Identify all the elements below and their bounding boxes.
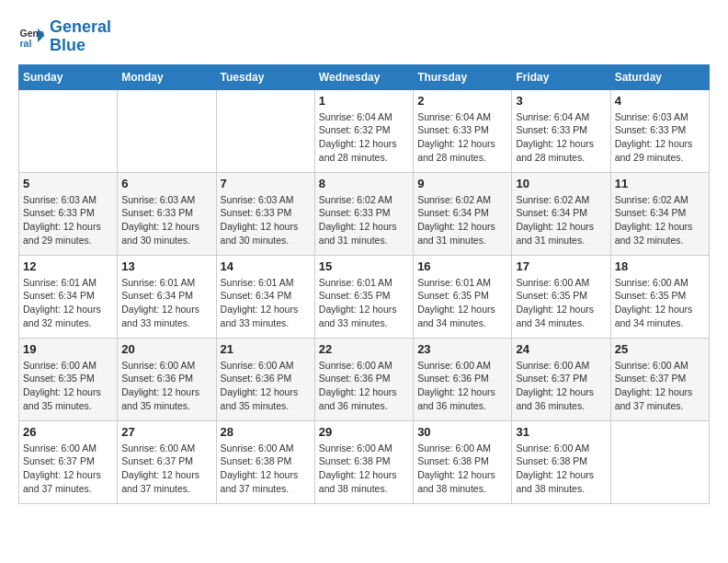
calendar-cell: 30Sunrise: 6:00 AM Sunset: 6:38 PM Dayli… [414,420,512,503]
day-info: Sunrise: 6:00 AM Sunset: 6:37 PM Dayligh… [121,442,211,496]
day-info: Sunrise: 6:00 AM Sunset: 6:38 PM Dayligh… [516,442,606,496]
day-number: 11 [615,177,705,190]
svg-text:ral: ral [20,37,32,48]
day-number: 29 [319,425,409,439]
calendar-cell: 15Sunrise: 6:01 AM Sunset: 6:35 PM Dayli… [314,255,413,338]
day-info: Sunrise: 6:02 AM Sunset: 6:34 PM Dayligh… [417,193,507,247]
day-info: Sunrise: 6:04 AM Sunset: 6:33 PM Dayligh… [516,110,606,165]
calendar-cell: 12Sunrise: 6:01 AM Sunset: 6:34 PM Dayli… [19,255,118,338]
column-header-thursday: Thursday [414,64,512,89]
day-number: 8 [319,177,409,190]
day-info: Sunrise: 6:00 AM Sunset: 6:37 PM Dayligh… [516,359,606,413]
calendar-table: SundayMondayTuesdayWednesdayThursdayFrid… [18,64,710,504]
calendar-cell: 20Sunrise: 6:00 AM Sunset: 6:36 PM Dayli… [118,338,216,420]
calendar-cell: 18Sunrise: 6:00 AM Sunset: 6:35 PM Dayli… [610,255,709,338]
day-info: Sunrise: 6:03 AM Sunset: 6:33 PM Dayligh… [221,193,311,247]
calendar-cell: 13Sunrise: 6:01 AM Sunset: 6:34 PM Dayli… [118,255,216,338]
day-number: 20 [121,342,211,356]
logo-icon: Gene ral [18,23,46,51]
day-number: 24 [516,342,606,356]
day-info: Sunrise: 6:00 AM Sunset: 6:38 PM Dayligh… [417,442,507,496]
calendar-week-row: 19Sunrise: 6:00 AM Sunset: 6:35 PM Dayli… [19,338,710,420]
calendar-cell: 26Sunrise: 6:00 AM Sunset: 6:37 PM Dayli… [19,420,118,503]
logo: Gene ral General Blue [18,18,111,55]
calendar-cell: 3Sunrise: 6:04 AM Sunset: 6:33 PM Daylig… [512,89,610,172]
calendar-cell: 23Sunrise: 6:00 AM Sunset: 6:36 PM Dayli… [414,338,512,420]
day-info: Sunrise: 6:00 AM Sunset: 6:38 PM Dayligh… [221,442,311,496]
calendar-cell: 17Sunrise: 6:00 AM Sunset: 6:35 PM Dayli… [512,255,610,338]
day-info: Sunrise: 6:01 AM Sunset: 6:34 PM Dayligh… [23,276,113,330]
calendar-cell: 28Sunrise: 6:00 AM Sunset: 6:38 PM Dayli… [216,420,314,503]
calendar-cell: 29Sunrise: 6:00 AM Sunset: 6:38 PM Dayli… [314,420,413,503]
day-number: 6 [121,177,211,190]
day-info: Sunrise: 6:00 AM Sunset: 6:36 PM Dayligh… [221,359,311,413]
calendar-cell: 14Sunrise: 6:01 AM Sunset: 6:34 PM Dayli… [216,255,314,338]
calendar-cell [216,89,314,172]
calendar-cell: 5Sunrise: 6:03 AM Sunset: 6:33 PM Daylig… [19,172,118,255]
day-info: Sunrise: 6:00 AM Sunset: 6:37 PM Dayligh… [23,442,113,496]
day-number: 28 [221,425,311,439]
day-number: 27 [121,425,211,439]
calendar-cell [610,420,709,503]
column-header-tuesday: Tuesday [216,64,314,89]
day-number: 19 [23,342,113,356]
day-info: Sunrise: 6:03 AM Sunset: 6:33 PM Dayligh… [121,193,211,247]
column-header-wednesday: Wednesday [314,64,413,89]
calendar-cell: 27Sunrise: 6:00 AM Sunset: 6:37 PM Dayli… [118,420,216,503]
calendar-cell: 22Sunrise: 6:00 AM Sunset: 6:36 PM Dayli… [314,338,413,420]
day-number: 16 [417,259,507,273]
day-info: Sunrise: 6:04 AM Sunset: 6:33 PM Dayligh… [417,110,507,165]
day-number: 5 [23,177,113,190]
logo-text-line1: General [50,18,111,37]
calendar-cell: 11Sunrise: 6:02 AM Sunset: 6:34 PM Dayli… [610,172,709,255]
day-info: Sunrise: 6:00 AM Sunset: 6:36 PM Dayligh… [319,359,409,413]
calendar-week-row: 26Sunrise: 6:00 AM Sunset: 6:37 PM Dayli… [19,420,710,503]
day-info: Sunrise: 6:00 AM Sunset: 6:36 PM Dayligh… [417,359,507,413]
calendar-cell: 8Sunrise: 6:02 AM Sunset: 6:33 PM Daylig… [314,172,413,255]
day-number: 25 [615,342,705,356]
day-number: 7 [221,177,311,190]
calendar-cell: 6Sunrise: 6:03 AM Sunset: 6:33 PM Daylig… [118,172,216,255]
column-header-friday: Friday [512,64,610,89]
day-info: Sunrise: 6:00 AM Sunset: 6:35 PM Dayligh… [615,276,705,330]
calendar-cell: 19Sunrise: 6:00 AM Sunset: 6:35 PM Dayli… [19,338,118,420]
day-number: 30 [417,425,507,439]
day-number: 15 [319,259,409,273]
day-info: Sunrise: 6:00 AM Sunset: 6:36 PM Dayligh… [121,359,211,413]
calendar-cell: 1Sunrise: 6:04 AM Sunset: 6:32 PM Daylig… [314,89,413,172]
calendar-week-row: 12Sunrise: 6:01 AM Sunset: 6:34 PM Dayli… [19,255,710,338]
calendar-cell: 10Sunrise: 6:02 AM Sunset: 6:34 PM Dayli… [512,172,610,255]
day-number: 3 [516,94,606,108]
day-info: Sunrise: 6:01 AM Sunset: 6:34 PM Dayligh… [221,276,311,330]
day-info: Sunrise: 6:03 AM Sunset: 6:33 PM Dayligh… [23,193,113,247]
day-info: Sunrise: 6:01 AM Sunset: 6:35 PM Dayligh… [319,276,409,330]
calendar-cell: 24Sunrise: 6:00 AM Sunset: 6:37 PM Dayli… [512,338,610,420]
day-info: Sunrise: 6:04 AM Sunset: 6:32 PM Dayligh… [319,110,409,165]
day-info: Sunrise: 6:01 AM Sunset: 6:35 PM Dayligh… [417,276,507,330]
day-number: 4 [615,94,705,108]
day-info: Sunrise: 6:00 AM Sunset: 6:38 PM Dayligh… [319,442,409,496]
day-number: 13 [121,259,211,273]
header: Gene ral General Blue [18,18,710,55]
day-number: 26 [23,425,113,439]
day-info: Sunrise: 6:01 AM Sunset: 6:34 PM Dayligh… [121,276,211,330]
day-info: Sunrise: 6:02 AM Sunset: 6:34 PM Dayligh… [615,193,705,247]
day-info: Sunrise: 6:00 AM Sunset: 6:35 PM Dayligh… [516,276,606,330]
calendar-cell: 7Sunrise: 6:03 AM Sunset: 6:33 PM Daylig… [216,172,314,255]
calendar-cell: 2Sunrise: 6:04 AM Sunset: 6:33 PM Daylig… [414,89,512,172]
calendar-cell: 25Sunrise: 6:00 AM Sunset: 6:37 PM Dayli… [610,338,709,420]
day-number: 23 [417,342,507,356]
calendar-cell: 21Sunrise: 6:00 AM Sunset: 6:36 PM Dayli… [216,338,314,420]
calendar-cell: 31Sunrise: 6:00 AM Sunset: 6:38 PM Dayli… [512,420,610,503]
logo-text-line2: Blue [50,37,111,55]
day-number: 10 [516,177,606,190]
day-info: Sunrise: 6:02 AM Sunset: 6:34 PM Dayligh… [516,193,606,247]
day-number: 18 [615,259,705,273]
day-info: Sunrise: 6:02 AM Sunset: 6:33 PM Dayligh… [319,193,409,247]
calendar-header-row: SundayMondayTuesdayWednesdayThursdayFrid… [19,64,710,89]
day-number: 2 [417,94,507,108]
day-number: 17 [516,259,606,273]
day-number: 14 [221,259,311,273]
calendar-cell [19,89,118,172]
calendar-week-row: 1Sunrise: 6:04 AM Sunset: 6:32 PM Daylig… [19,89,710,172]
